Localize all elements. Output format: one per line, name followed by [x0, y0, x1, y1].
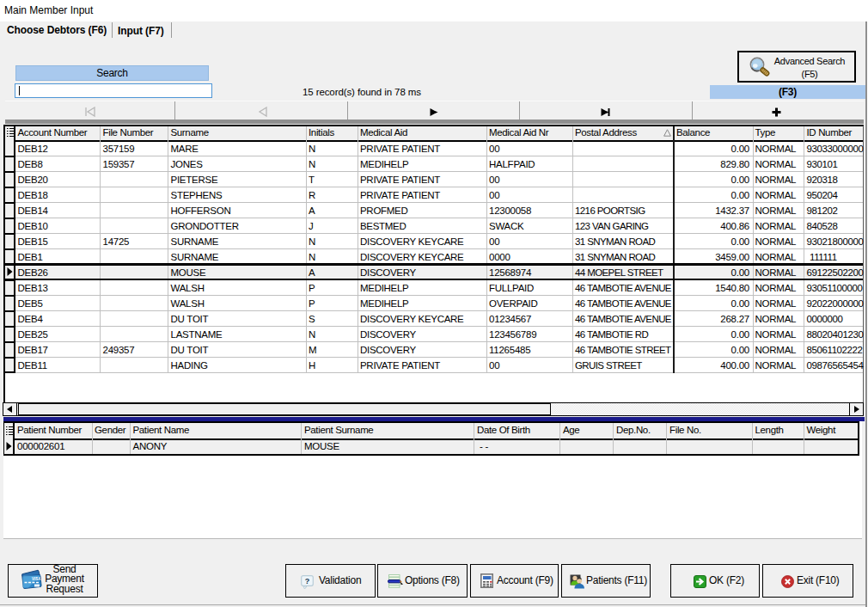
svg-text:?: ? [305, 577, 310, 586]
